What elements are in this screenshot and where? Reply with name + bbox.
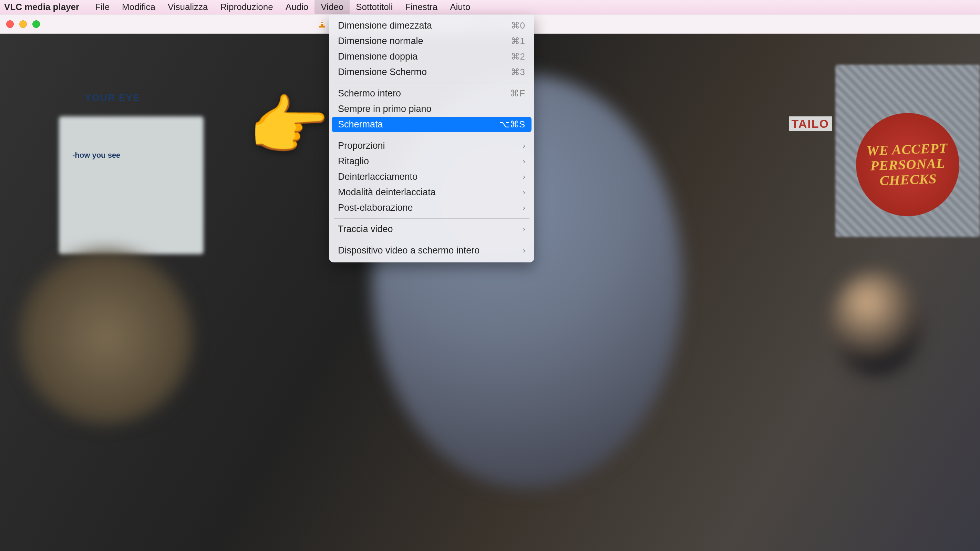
menu-item-label: Modalità deinterlacciata xyxy=(338,187,436,198)
menu-item-shortcut: ⌘2 xyxy=(511,51,525,62)
frame-text-poster-sub: -how you see xyxy=(72,151,120,160)
svg-rect-3 xyxy=(319,26,325,27)
menu-separator xyxy=(334,218,530,219)
menu-item-label: Schermo intero xyxy=(338,88,401,99)
menu-item-sempre-in-primo-piano[interactable]: Sempre in primo piano xyxy=(329,101,534,117)
chevron-right-icon: › xyxy=(523,157,525,166)
menu-item-dispositivo-video-a-schermo-intero[interactable]: Dispositivo video a schermo intero› xyxy=(329,243,534,258)
menu-item-shortcut: ⌘1 xyxy=(511,36,525,46)
svg-rect-2 xyxy=(321,23,324,24)
menu-item-label: Dimensione Schermo xyxy=(338,67,427,78)
menu-item-dimensione-doppia[interactable]: Dimensione doppia⌘2 xyxy=(329,49,534,64)
video-menu-dropdown: Dimensione dimezzata⌘0Dimensione normale… xyxy=(329,14,534,262)
menu-item-dimensione-schermo[interactable]: Dimensione Schermo⌘3 xyxy=(329,64,534,80)
menu-item-shortcut: ⌘F xyxy=(510,88,525,99)
menu-file[interactable]: File xyxy=(89,0,116,14)
menu-riproduzione[interactable]: Riproduzione xyxy=(214,0,279,14)
app-name: VLC media player xyxy=(4,2,79,13)
chevron-right-icon: › xyxy=(523,225,525,234)
menu-item-modalita-deinterlacciata[interactable]: Modalità deinterlacciata› xyxy=(329,184,534,200)
menu-item-label: Proporzioni xyxy=(338,140,385,151)
menu-item-label: Dimensione dimezzata xyxy=(338,20,432,31)
menu-item-label: Dispositivo video a schermo intero xyxy=(338,245,479,256)
svg-rect-1 xyxy=(321,21,323,22)
chevron-right-icon: › xyxy=(523,203,525,213)
vlc-cone-icon xyxy=(318,19,326,28)
background-shape xyxy=(59,116,204,254)
menu-item-deinterlacciamento[interactable]: Deinterlacciamento› xyxy=(329,169,534,184)
frame-text-tailor-sign: TAILO xyxy=(789,116,832,131)
menu-aiuto[interactable]: Aiuto xyxy=(444,0,476,14)
chevron-right-icon: › xyxy=(523,141,525,151)
menu-item-shortcut: ⌘0 xyxy=(511,20,525,31)
background-shape xyxy=(832,272,921,375)
menu-item-schermata[interactable]: Schermata⌥⌘S xyxy=(332,117,531,132)
menu-item-label: Sempre in primo piano xyxy=(338,104,432,114)
close-window-button[interactable] xyxy=(6,20,14,28)
menu-item-label: Dimensione doppia xyxy=(338,51,417,62)
menu-separator xyxy=(334,240,530,240)
menu-item-label: Dimensione normale xyxy=(338,36,423,46)
menu-item-label: Schermata xyxy=(338,119,383,130)
minimize-window-button[interactable] xyxy=(19,20,27,28)
menu-item-label: Traccia video xyxy=(338,224,393,235)
background-shape xyxy=(20,251,192,423)
menu-item-dimensione-normale[interactable]: Dimensione normale⌘1 xyxy=(329,33,534,49)
menu-visualizza[interactable]: Visualizza xyxy=(162,0,214,14)
menu-modifica[interactable]: Modifica xyxy=(116,0,162,14)
menu-item-dimensione-dimezzata[interactable]: Dimensione dimezzata⌘0 xyxy=(329,18,534,33)
menu-item-proporzioni[interactable]: Proporzioni› xyxy=(329,138,534,154)
chevron-right-icon: › xyxy=(523,246,525,255)
zoom-window-button[interactable] xyxy=(32,20,40,28)
traffic-lights xyxy=(6,20,40,28)
chevron-right-icon: › xyxy=(523,173,525,181)
chevron-right-icon: › xyxy=(523,188,525,197)
menu-separator xyxy=(334,83,530,83)
menu-item-schermo-intero[interactable]: Schermo intero⌘F xyxy=(329,86,534,101)
menu-finestra[interactable]: Finestra xyxy=(399,0,444,14)
menu-audio[interactable]: Audio xyxy=(279,0,315,14)
menu-item-traccia-video[interactable]: Traccia video› xyxy=(329,221,534,237)
menubar: VLC media player FileModificaVisualizzaR… xyxy=(0,0,980,14)
menu-item-label: Deinterlacciamento xyxy=(338,171,417,182)
menu-video[interactable]: Video xyxy=(315,0,350,14)
frame-text-poster-title: YOUR EYE xyxy=(85,92,140,103)
menu-item-label: Post-elaborazione xyxy=(338,203,413,213)
menu-item-post-elaborazione[interactable]: Post-elaborazione› xyxy=(329,200,534,216)
menu-sottotitoli[interactable]: Sottotitoli xyxy=(350,0,399,14)
menu-item-label: Ritaglio xyxy=(338,156,369,167)
menu-item-ritaglio[interactable]: Ritaglio› xyxy=(329,154,534,169)
menu-separator xyxy=(334,135,530,135)
svg-marker-0 xyxy=(321,19,324,26)
menu-item-shortcut: ⌥⌘S xyxy=(499,119,525,130)
menu-item-shortcut: ⌘3 xyxy=(511,67,525,78)
